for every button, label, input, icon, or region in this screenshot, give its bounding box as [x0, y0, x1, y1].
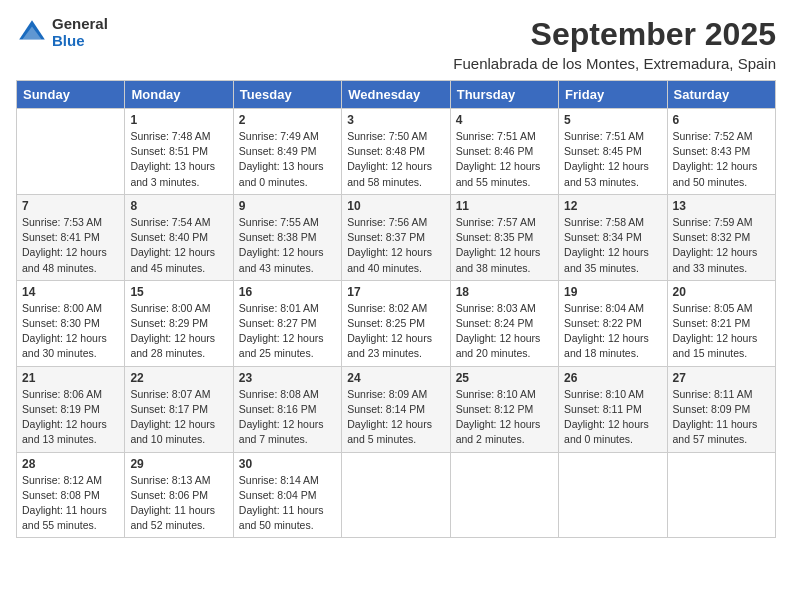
calendar-cell: 26Sunrise: 8:10 AMSunset: 8:11 PMDayligh… — [559, 366, 667, 452]
day-number: 26 — [564, 371, 661, 385]
calendar-cell: 13Sunrise: 7:59 AMSunset: 8:32 PMDayligh… — [667, 194, 775, 280]
logo-blue-text: Blue — [52, 33, 108, 50]
logo-general-text: General — [52, 16, 108, 33]
calendar-cell: 20Sunrise: 8:05 AMSunset: 8:21 PMDayligh… — [667, 280, 775, 366]
calendar-cell: 21Sunrise: 8:06 AMSunset: 8:19 PMDayligh… — [17, 366, 125, 452]
cell-content: Sunrise: 8:09 AMSunset: 8:14 PMDaylight:… — [347, 387, 444, 448]
calendar-cell: 30Sunrise: 8:14 AMSunset: 8:04 PMDayligh… — [233, 452, 341, 538]
cell-content: Sunrise: 7:58 AMSunset: 8:34 PMDaylight:… — [564, 215, 661, 276]
cell-content: Sunrise: 7:57 AMSunset: 8:35 PMDaylight:… — [456, 215, 553, 276]
day-number: 28 — [22, 457, 119, 471]
calendar-week-row: 28Sunrise: 8:12 AMSunset: 8:08 PMDayligh… — [17, 452, 776, 538]
calendar-cell — [450, 452, 558, 538]
cell-content: Sunrise: 7:51 AMSunset: 8:45 PMDaylight:… — [564, 129, 661, 190]
calendar-cell: 4Sunrise: 7:51 AMSunset: 8:46 PMDaylight… — [450, 109, 558, 195]
calendar-cell — [17, 109, 125, 195]
cell-content: Sunrise: 8:08 AMSunset: 8:16 PMDaylight:… — [239, 387, 336, 448]
day-number: 18 — [456, 285, 553, 299]
calendar-cell: 27Sunrise: 8:11 AMSunset: 8:09 PMDayligh… — [667, 366, 775, 452]
day-number: 24 — [347, 371, 444, 385]
weekday-header: Sunday — [17, 81, 125, 109]
weekday-header: Wednesday — [342, 81, 450, 109]
calendar-cell: 19Sunrise: 8:04 AMSunset: 8:22 PMDayligh… — [559, 280, 667, 366]
cell-content: Sunrise: 8:10 AMSunset: 8:11 PMDaylight:… — [564, 387, 661, 448]
day-number: 9 — [239, 199, 336, 213]
logo-icon — [16, 17, 48, 49]
cell-content: Sunrise: 7:48 AMSunset: 8:51 PMDaylight:… — [130, 129, 227, 190]
day-number: 25 — [456, 371, 553, 385]
cell-content: Sunrise: 8:02 AMSunset: 8:25 PMDaylight:… — [347, 301, 444, 362]
calendar-subtitle: Fuenlabrada de los Montes, Extremadura, … — [453, 55, 776, 72]
calendar-cell: 17Sunrise: 8:02 AMSunset: 8:25 PMDayligh… — [342, 280, 450, 366]
calendar-cell: 14Sunrise: 8:00 AMSunset: 8:30 PMDayligh… — [17, 280, 125, 366]
page-header: General Blue September 2025 Fuenlabrada … — [16, 16, 776, 72]
calendar-week-row: 14Sunrise: 8:00 AMSunset: 8:30 PMDayligh… — [17, 280, 776, 366]
cell-content: Sunrise: 8:07 AMSunset: 8:17 PMDaylight:… — [130, 387, 227, 448]
calendar-week-row: 21Sunrise: 8:06 AMSunset: 8:19 PMDayligh… — [17, 366, 776, 452]
cell-content: Sunrise: 7:52 AMSunset: 8:43 PMDaylight:… — [673, 129, 770, 190]
calendar-cell: 6Sunrise: 7:52 AMSunset: 8:43 PMDaylight… — [667, 109, 775, 195]
cell-content: Sunrise: 8:04 AMSunset: 8:22 PMDaylight:… — [564, 301, 661, 362]
day-number: 23 — [239, 371, 336, 385]
calendar-cell: 22Sunrise: 8:07 AMSunset: 8:17 PMDayligh… — [125, 366, 233, 452]
calendar-cell — [342, 452, 450, 538]
calendar-header-row: SundayMondayTuesdayWednesdayThursdayFrid… — [17, 81, 776, 109]
day-number: 16 — [239, 285, 336, 299]
day-number: 2 — [239, 113, 336, 127]
calendar-cell: 24Sunrise: 8:09 AMSunset: 8:14 PMDayligh… — [342, 366, 450, 452]
day-number: 21 — [22, 371, 119, 385]
day-number: 22 — [130, 371, 227, 385]
weekday-header: Tuesday — [233, 81, 341, 109]
calendar-cell — [667, 452, 775, 538]
cell-content: Sunrise: 8:12 AMSunset: 8:08 PMDaylight:… — [22, 473, 119, 534]
calendar-cell: 23Sunrise: 8:08 AMSunset: 8:16 PMDayligh… — [233, 366, 341, 452]
calendar-cell: 7Sunrise: 7:53 AMSunset: 8:41 PMDaylight… — [17, 194, 125, 280]
calendar-cell: 2Sunrise: 7:49 AMSunset: 8:49 PMDaylight… — [233, 109, 341, 195]
cell-content: Sunrise: 8:05 AMSunset: 8:21 PMDaylight:… — [673, 301, 770, 362]
cell-content: Sunrise: 8:06 AMSunset: 8:19 PMDaylight:… — [22, 387, 119, 448]
day-number: 30 — [239, 457, 336, 471]
calendar-cell: 5Sunrise: 7:51 AMSunset: 8:45 PMDaylight… — [559, 109, 667, 195]
cell-content: Sunrise: 8:11 AMSunset: 8:09 PMDaylight:… — [673, 387, 770, 448]
day-number: 8 — [130, 199, 227, 213]
calendar-cell: 12Sunrise: 7:58 AMSunset: 8:34 PMDayligh… — [559, 194, 667, 280]
cell-content: Sunrise: 8:14 AMSunset: 8:04 PMDaylight:… — [239, 473, 336, 534]
calendar-table: SundayMondayTuesdayWednesdayThursdayFrid… — [16, 80, 776, 538]
logo: General Blue — [16, 16, 108, 49]
logo-text: General Blue — [52, 16, 108, 49]
cell-content: Sunrise: 8:03 AMSunset: 8:24 PMDaylight:… — [456, 301, 553, 362]
day-number: 11 — [456, 199, 553, 213]
cell-content: Sunrise: 8:00 AMSunset: 8:30 PMDaylight:… — [22, 301, 119, 362]
calendar-cell — [559, 452, 667, 538]
day-number: 29 — [130, 457, 227, 471]
cell-content: Sunrise: 7:56 AMSunset: 8:37 PMDaylight:… — [347, 215, 444, 276]
day-number: 19 — [564, 285, 661, 299]
day-number: 3 — [347, 113, 444, 127]
day-number: 13 — [673, 199, 770, 213]
cell-content: Sunrise: 8:00 AMSunset: 8:29 PMDaylight:… — [130, 301, 227, 362]
cell-content: Sunrise: 7:53 AMSunset: 8:41 PMDaylight:… — [22, 215, 119, 276]
weekday-header: Saturday — [667, 81, 775, 109]
calendar-week-row: 7Sunrise: 7:53 AMSunset: 8:41 PMDaylight… — [17, 194, 776, 280]
calendar-cell: 11Sunrise: 7:57 AMSunset: 8:35 PMDayligh… — [450, 194, 558, 280]
day-number: 20 — [673, 285, 770, 299]
calendar-cell: 28Sunrise: 8:12 AMSunset: 8:08 PMDayligh… — [17, 452, 125, 538]
day-number: 6 — [673, 113, 770, 127]
day-number: 1 — [130, 113, 227, 127]
calendar-cell: 9Sunrise: 7:55 AMSunset: 8:38 PMDaylight… — [233, 194, 341, 280]
calendar-week-row: 1Sunrise: 7:48 AMSunset: 8:51 PMDaylight… — [17, 109, 776, 195]
day-number: 17 — [347, 285, 444, 299]
cell-content: Sunrise: 7:49 AMSunset: 8:49 PMDaylight:… — [239, 129, 336, 190]
cell-content: Sunrise: 7:51 AMSunset: 8:46 PMDaylight:… — [456, 129, 553, 190]
cell-content: Sunrise: 7:59 AMSunset: 8:32 PMDaylight:… — [673, 215, 770, 276]
calendar-cell: 18Sunrise: 8:03 AMSunset: 8:24 PMDayligh… — [450, 280, 558, 366]
cell-content: Sunrise: 7:54 AMSunset: 8:40 PMDaylight:… — [130, 215, 227, 276]
day-number: 15 — [130, 285, 227, 299]
weekday-header: Thursday — [450, 81, 558, 109]
calendar-title: September 2025 — [453, 16, 776, 53]
calendar-cell: 15Sunrise: 8:00 AMSunset: 8:29 PMDayligh… — [125, 280, 233, 366]
weekday-header: Monday — [125, 81, 233, 109]
calendar-cell: 16Sunrise: 8:01 AMSunset: 8:27 PMDayligh… — [233, 280, 341, 366]
calendar-cell: 10Sunrise: 7:56 AMSunset: 8:37 PMDayligh… — [342, 194, 450, 280]
cell-content: Sunrise: 8:13 AMSunset: 8:06 PMDaylight:… — [130, 473, 227, 534]
